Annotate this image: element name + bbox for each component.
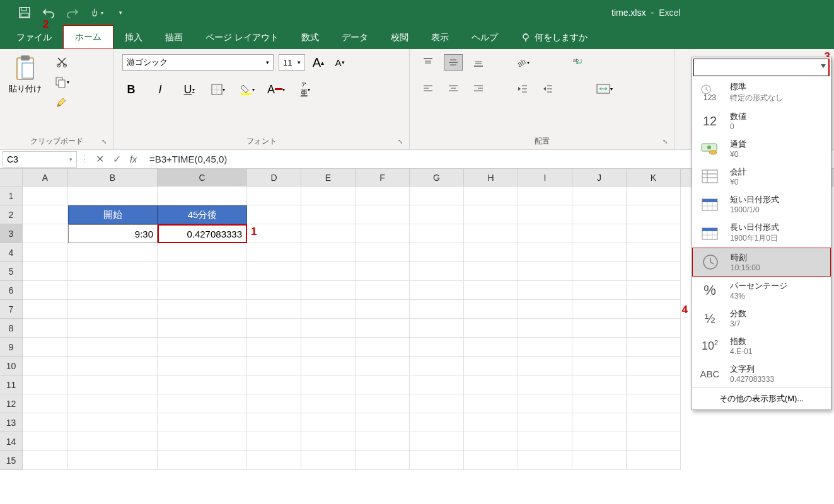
tab-home[interactable]: ホーム <box>63 25 113 49</box>
font-color-button[interactable]: A▾ <box>267 81 285 98</box>
font-name-select[interactable]: 游ゴシック▾ <box>122 54 274 71</box>
align-bottom-button[interactable] <box>469 54 488 71</box>
tab-help[interactable]: ヘルプ <box>460 26 509 49</box>
row-header-11[interactable]: 11 <box>0 375 23 394</box>
row-header-14[interactable]: 14 <box>0 432 23 451</box>
tab-insert[interactable]: 挿入 <box>113 26 154 49</box>
format-item-時刻[interactable]: 時刻10:15:00 <box>692 248 831 277</box>
tab-file[interactable]: ファイル <box>5 26 63 49</box>
format-item-会計[interactable]: 会計¥0 <box>692 163 831 190</box>
col-header-H[interactable]: H <box>464 169 518 186</box>
tab-draw[interactable]: 描画 <box>154 26 194 49</box>
row-header-3[interactable]: 3 <box>0 224 23 243</box>
cell-B2[interactable]: 開始 <box>68 205 158 224</box>
bold-button[interactable]: B <box>122 81 140 98</box>
col-header-F[interactable]: F <box>356 169 410 186</box>
tell-me-search[interactable]: 何をしますか <box>509 26 599 49</box>
row-header-10[interactable]: 10 <box>0 357 23 375</box>
row-header-12[interactable]: 12 <box>0 394 23 413</box>
format-item-パーセンテージ[interactable]: %パーセンテージ43% <box>692 277 831 304</box>
format-item-数値[interactable]: 12数値0 <box>692 107 831 135</box>
save-button[interactable] <box>18 6 32 20</box>
qat-customize[interactable]: ▾ <box>113 6 127 20</box>
row-header-5[interactable]: 5 <box>0 262 23 281</box>
fill-color-button[interactable]: ▾ <box>238 81 256 98</box>
row-header-2[interactable]: 2 <box>0 205 23 224</box>
tab-page-layout[interactable]: ページ レイアウト <box>194 26 290 49</box>
name-box[interactable]: C3▾ <box>3 151 77 168</box>
wrap-text-button[interactable]: ab <box>570 54 589 71</box>
svg-rect-14 <box>241 93 251 95</box>
font-size-select[interactable]: 11▾ <box>279 54 305 71</box>
col-header-K[interactable]: K <box>627 169 681 186</box>
more-number-formats[interactable]: その他の表示形式(M)... <box>692 387 831 410</box>
row-header-4[interactable]: 4 <box>0 243 23 262</box>
phonetic-button[interactable]: ア亜▾ <box>296 81 314 98</box>
col-header-D[interactable]: D <box>247 169 301 186</box>
row-header-6[interactable]: 6 <box>0 281 23 300</box>
format-title: 指数 <box>730 336 752 347</box>
merge-center-button[interactable]: ▾ <box>595 81 614 97</box>
col-header-A[interactable]: A <box>23 169 68 186</box>
cell-B3[interactable]: 9:30 <box>68 224 158 243</box>
copy-button[interactable]: ▾ <box>53 74 71 89</box>
row-header-15[interactable]: 15 <box>0 451 23 470</box>
align-left-button[interactable] <box>419 81 437 97</box>
alignment-launcher[interactable]: ⤡ <box>663 138 670 146</box>
col-header-J[interactable]: J <box>572 169 627 186</box>
format-painter-button[interactable] <box>53 94 71 110</box>
col-header-I[interactable]: I <box>518 169 572 186</box>
format-item-文字列[interactable]: ABC文字列0.427083333 <box>692 360 831 387</box>
format-sample: 1900/1/0 <box>730 205 779 214</box>
format-item-分数[interactable]: ½分数3/7 <box>692 304 831 332</box>
cell-C3[interactable]: 0.427083333 <box>158 224 247 243</box>
format-sample: 特定の形式なし <box>730 93 783 103</box>
align-top-button[interactable] <box>419 54 437 71</box>
row-header-9[interactable]: 9 <box>0 338 23 357</box>
filename-label: time.xlsx <box>611 8 646 18</box>
number-format-selector[interactable] <box>693 59 830 76</box>
font-launcher[interactable]: ⤡ <box>398 138 405 146</box>
underline-button[interactable]: U ▾ <box>180 81 198 98</box>
row-header-8[interactable]: 8 <box>0 319 23 338</box>
format-item-長い日付形式[interactable]: 長い日付形式1900年1月0日 <box>692 218 831 248</box>
tab-data[interactable]: データ <box>330 26 379 49</box>
increase-indent-button[interactable] <box>538 81 557 97</box>
italic-button[interactable]: I <box>151 81 169 98</box>
select-all-corner[interactable] <box>0 169 23 186</box>
format-item-短い日付形式[interactable]: 短い日付形式1900/1/0 <box>692 190 831 218</box>
align-right-button[interactable] <box>469 81 488 97</box>
clipboard-launcher[interactable]: ⤡ <box>101 138 109 146</box>
row-header-7[interactable]: 7 <box>0 300 23 319</box>
tab-review[interactable]: 校閲 <box>379 26 420 49</box>
redo-button[interactable] <box>66 6 79 20</box>
col-header-G[interactable]: G <box>410 169 464 186</box>
format-item-指数[interactable]: 102指数4.E-01 <box>692 332 831 360</box>
borders-button[interactable]: ▾ <box>209 81 227 98</box>
row-header-1[interactable]: 1 <box>0 186 23 205</box>
decrease-indent-button[interactable] <box>513 81 532 97</box>
enter-formula-button[interactable]: ✓ <box>113 153 121 165</box>
cut-button[interactable] <box>53 54 71 69</box>
row-header-13[interactable]: 13 <box>0 413 23 432</box>
orientation-button[interactable]: ab▾ <box>513 54 532 71</box>
cell-C2[interactable]: 45分後 <box>158 205 247 224</box>
tab-view[interactable]: 表示 <box>420 26 460 49</box>
touch-mode-button[interactable]: ▾ <box>90 6 103 20</box>
col-header-C[interactable]: C <box>158 169 247 186</box>
alignment-group-label: 配置 <box>419 134 665 147</box>
paste-button[interactable]: 貼り付け <box>9 54 42 134</box>
decrease-font-button[interactable]: A▾ <box>332 54 348 71</box>
align-center-button[interactable] <box>444 81 463 97</box>
align-middle-button[interactable] <box>444 54 463 71</box>
format-item-標準[interactable]: 123標準特定の形式なし <box>692 77 831 107</box>
fx-button[interactable]: fx <box>130 154 137 164</box>
col-header-B[interactable]: B <box>68 169 158 186</box>
format-item-通貨[interactable]: 通貨¥0 <box>692 135 831 163</box>
format-sample: 3/7 <box>730 319 746 328</box>
increase-font-button[interactable]: A▴ <box>310 54 327 71</box>
tab-formulas[interactable]: 数式 <box>290 26 330 49</box>
cancel-formula-button[interactable]: ✕ <box>96 153 104 165</box>
col-header-E[interactable]: E <box>301 169 356 186</box>
undo-button[interactable] <box>42 6 55 20</box>
